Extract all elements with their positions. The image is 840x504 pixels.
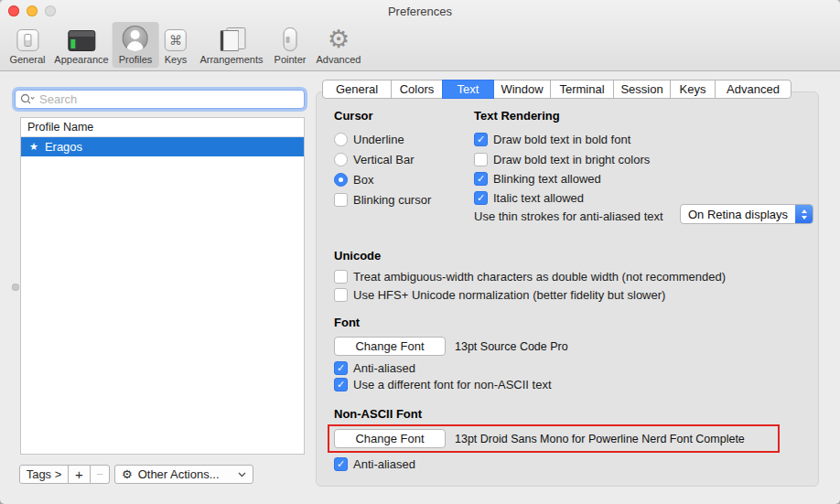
tab-general[interactable]: General [322,80,392,99]
popup-stepper-icon [795,205,813,223]
tab-session[interactable]: Session [613,80,671,99]
preferences-window: Preferences General Appearance Profiles … [0,0,840,504]
checkbox-control[interactable]: ✓ [334,378,348,391]
profile-name: Eragos [45,140,82,154]
draw-bold-in-bold-checkbox[interactable]: ✓ Draw bold text in bold font [474,132,630,147]
star-icon: ★ [29,142,38,152]
blinking-text-allowed-checkbox[interactable]: ✓ Blinking text allowed [474,171,601,187]
option-label: Underline [353,133,404,146]
tab-text[interactable]: Text [442,80,494,99]
command-key-icon: ⌘ [165,25,187,51]
tab-colors[interactable]: Colors [391,80,443,99]
tags-button[interactable]: Tags > [19,465,69,484]
thin-strokes-label-row: Use thin strokes for anti-aliased text [474,209,663,224]
window-title: Preferences [0,5,840,18]
checkbox-control[interactable]: ✓ [474,133,488,146]
other-actions-dropdown[interactable]: ⚙ Other Actions... [114,465,253,484]
toolbar-item-appearance[interactable]: Appearance [48,22,114,68]
radio-control[interactable] [334,173,348,187]
font-anti-aliased-checkbox[interactable]: ✓ Anti-aliased [334,360,415,376]
search-input[interactable] [39,92,299,106]
popup-selected-value: On Retina displays [681,208,795,221]
option-label: Blinking cursor [353,193,431,207]
profile-list: Profile Name ★ Eragos [20,117,305,455]
non-ascii-font-section-title: Non-ASCII Font [334,407,422,421]
checkbox-control[interactable]: ✓ [474,172,488,186]
option-label: Draw bold text in bold font [493,133,630,146]
thin-strokes-popup[interactable]: On Retina displays [680,204,813,224]
profile-footer-buttons: Tags > + − [19,465,110,484]
option-label: Draw bold text in bright colors [493,153,650,166]
toolbar-item-keys[interactable]: ⌘ Keys [158,22,193,68]
radio-control[interactable] [334,133,348,146]
toolbar-item-general[interactable]: General [3,22,51,68]
pane-resize-handle[interactable] [12,284,19,291]
tab-advanced[interactable]: Advanced [715,80,792,99]
checkbox-control[interactable]: ✓ [334,361,348,375]
cursor-box-option[interactable]: Box [334,172,373,188]
thin-strokes-label: Use thin strokes for anti-aliased text [474,209,663,223]
italic-text-allowed-checkbox[interactable]: ✓ Italic text allowed [474,190,584,206]
toolbar-item-profiles[interactable]: Profiles [113,22,159,68]
option-label: Vertical Bar [353,153,414,166]
chevron-down-icon [238,472,246,477]
toolbar-label: General [9,54,45,65]
profile-row-eragos[interactable]: ★ Eragos [21,137,304,156]
option-label: Treat ambiguous-width characters as doub… [353,270,726,284]
radio-control[interactable] [334,153,348,166]
checkbox-control[interactable]: ✓ [474,153,488,166]
different-non-ascii-font-checkbox[interactable]: ✓ Use a different font for non-ASCII tex… [334,377,552,392]
hfs-normalization-checkbox[interactable]: ✓ Use HFS+ Unicode normalization (better… [334,287,665,303]
option-label: Italic text allowed [493,191,584,205]
other-actions-label: Other Actions... [138,467,220,481]
tab-keys[interactable]: Keys [670,80,716,99]
change-font-button[interactable]: Change Font [334,337,446,356]
window-chrome: Preferences General Appearance Profiles … [0,0,840,71]
toolbar-label: Arrangements [199,54,263,65]
tab-window[interactable]: Window [493,80,551,99]
toolbar-label: Profiles [119,54,153,65]
add-profile-button[interactable]: + [68,465,91,484]
checkbox-control[interactable]: ✓ [334,270,348,284]
remove-profile-button[interactable]: − [90,465,110,484]
toolbar-item-pointer[interactable]: Pointer [268,22,313,68]
ambiguous-width-checkbox[interactable]: ✓ Treat ambiguous-width characters as do… [334,269,726,284]
checkbox-control[interactable]: ✓ [474,191,488,205]
gear-icon: ⚙ [122,467,133,481]
checkbox-control[interactable]: ✓ [334,457,348,471]
cursor-vertical-bar-option[interactable]: Vertical Bar [334,152,414,167]
option-label: Anti-aliased [353,361,415,375]
cursor-section-title: Cursor [334,109,373,123]
appearance-window-icon [68,25,95,51]
option-label: Anti-aliased [353,457,415,471]
search-icon [20,93,36,105]
toolbar-label: Keys [165,54,187,65]
chevron-down-icon [31,97,35,99]
settings-tab-bar: General Colors Text Window Terminal Sess… [322,80,792,99]
cursor-underline-option[interactable]: Underline [334,132,404,147]
option-label: Use HFS+ Unicode normalization (better f… [353,288,665,302]
change-non-ascii-font-button[interactable]: Change Font [334,429,446,448]
toolbar-item-arrangements[interactable]: Arrangements [193,22,269,68]
text-rendering-section-title: Text Rendering [474,109,560,123]
toolbar-label: Appearance [54,54,108,65]
person-icon [123,25,148,51]
font-section-title: Font [334,316,360,329]
blinking-cursor-checkbox[interactable]: ✓ Blinking cursor [334,192,431,208]
font-value: 13pt Source Code Pro [455,340,568,353]
toolbar-label: Advanced [317,54,361,65]
checkbox-control[interactable]: ✓ [334,193,348,207]
profile-search-field[interactable] [15,90,305,109]
tab-terminal[interactable]: Terminal [550,80,614,99]
non-ascii-anti-aliased-checkbox[interactable]: ✓ Anti-aliased [334,456,415,472]
mouse-icon [283,25,296,51]
windows-stack-icon [218,25,245,51]
checkbox-control[interactable]: ✓ [334,288,348,302]
option-label: Box [353,173,373,187]
toolbar-item-advanced[interactable]: ⚙ Advanced [310,22,368,68]
non-ascii-font-value: 13pt Droid Sans Mono for Powerline Nerd … [455,433,745,445]
option-label: Blinking text allowed [493,172,601,186]
gear-icon: ⚙ [328,25,350,51]
draw-bold-bright-colors-checkbox[interactable]: ✓ Draw bold text in bright colors [474,152,650,167]
toolbar-label: Pointer [275,54,307,65]
